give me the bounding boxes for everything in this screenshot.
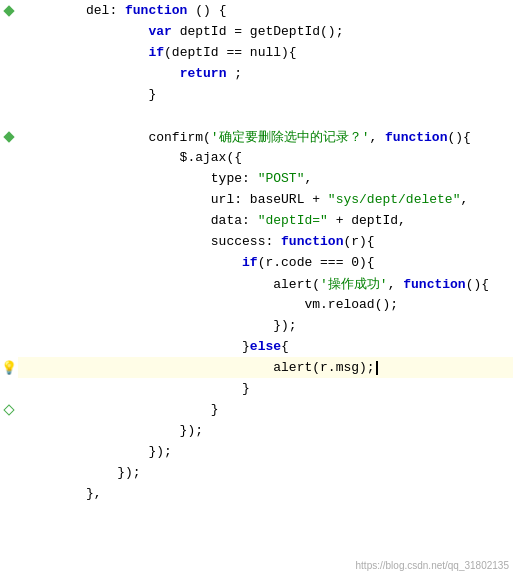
- code-line-13: if(r.code === 0){: [18, 252, 513, 273]
- code-text: if(r.code === 0){: [86, 255, 375, 270]
- line-marker-13: [0, 252, 18, 273]
- code-text: confirm('确定要删除选中的记录？', function(){: [86, 128, 471, 146]
- code-line-5: }: [18, 84, 513, 105]
- code-text: }else{: [86, 339, 289, 354]
- line-marker-16: [0, 315, 18, 336]
- code-text: });: [86, 444, 172, 459]
- code-line-18: alert(r.msg);: [18, 357, 513, 378]
- line-marker-1: [0, 0, 18, 21]
- line-marker-19: [0, 378, 18, 399]
- code-text: alert('操作成功', function(){: [86, 275, 489, 293]
- editor-container: 💡 del: function () { var deptId = getDep…: [0, 0, 513, 573]
- code-line-24: },: [18, 483, 513, 504]
- code-line-20: }: [18, 399, 513, 420]
- line-marker-24: [0, 483, 18, 504]
- line-marker-10: [0, 189, 18, 210]
- code-line-22: });: [18, 441, 513, 462]
- line-marker-11: [0, 210, 18, 231]
- line-marker-22: [0, 441, 18, 462]
- line-marker-18: 💡: [0, 357, 18, 378]
- code-line-11: data: "deptId=" + deptId,: [18, 210, 513, 231]
- code-text: });: [86, 318, 297, 333]
- line-marker-8: [0, 147, 18, 168]
- code-line-21: });: [18, 420, 513, 441]
- line-marker-14: [0, 273, 18, 294]
- line-marker-9: [0, 168, 18, 189]
- code-text: });: [86, 423, 203, 438]
- code-line-4: return ;: [18, 63, 513, 84]
- line-marker-20: [0, 399, 18, 420]
- line-marker-12: [0, 231, 18, 252]
- line-marker-15: [0, 294, 18, 315]
- code-lines: del: function () { var deptId = getDeptI…: [18, 0, 513, 504]
- code-line-2: var deptId = getDeptId();: [18, 21, 513, 42]
- code-text: data: "deptId=" + deptId,: [86, 213, 406, 228]
- code-line-10: url: baseURL + "sys/dept/delete",: [18, 189, 513, 210]
- line-marker-21: [0, 420, 18, 441]
- code-text: }: [86, 87, 156, 102]
- code-text: });: [86, 465, 141, 480]
- code-line-12: success: function(r){: [18, 231, 513, 252]
- code-text: $.ajax({: [86, 150, 242, 165]
- code-line-3: if(deptId == null){: [18, 42, 513, 63]
- bulb-icon: 💡: [1, 360, 17, 376]
- code-line-15: vm.reload();: [18, 294, 513, 315]
- code-line-9: type: "POST",: [18, 168, 513, 189]
- line-marker-5: [0, 84, 18, 105]
- code-area[interactable]: del: function () { var deptId = getDeptI…: [18, 0, 513, 573]
- line-marker-23: [0, 462, 18, 483]
- line-marker-3: [0, 42, 18, 63]
- code-text: url: baseURL + "sys/dept/delete",: [86, 192, 468, 207]
- left-gutter: 💡: [0, 0, 18, 573]
- code-line-23: });: [18, 462, 513, 483]
- code-line-8: $.ajax({: [18, 147, 513, 168]
- line-marker-2: [0, 21, 18, 42]
- code-text: var deptId = getDeptId();: [86, 24, 343, 39]
- code-line-17: }else{: [18, 336, 513, 357]
- code-line-14: alert('操作成功', function(){: [18, 273, 513, 294]
- line-marker-7: [0, 126, 18, 147]
- code-text: type: "POST",: [86, 171, 312, 186]
- code-text: },: [86, 486, 102, 501]
- line-marker-4: [0, 63, 18, 84]
- code-line-16: });: [18, 315, 513, 336]
- code-text: alert(r.msg);: [86, 360, 378, 375]
- code-text: success: function(r){: [86, 234, 375, 249]
- line-marker-6: [0, 105, 18, 126]
- code-text: }: [86, 402, 219, 417]
- code-text: del: function () {: [86, 3, 226, 18]
- code-text: }: [86, 381, 250, 396]
- code-line-19: }: [18, 378, 513, 399]
- watermark: https://blog.csdn.net/qq_31802135: [356, 560, 509, 571]
- code-text: return ;: [86, 66, 242, 81]
- code-line-1: del: function () {: [18, 0, 513, 21]
- code-line-7: confirm('确定要删除选中的记录？', function(){: [18, 126, 513, 147]
- code-line-6: [18, 105, 513, 126]
- code-text: [26, 108, 34, 123]
- line-marker-17: [0, 336, 18, 357]
- code-text: vm.reload();: [86, 297, 398, 312]
- code-text: if(deptId == null){: [86, 45, 297, 60]
